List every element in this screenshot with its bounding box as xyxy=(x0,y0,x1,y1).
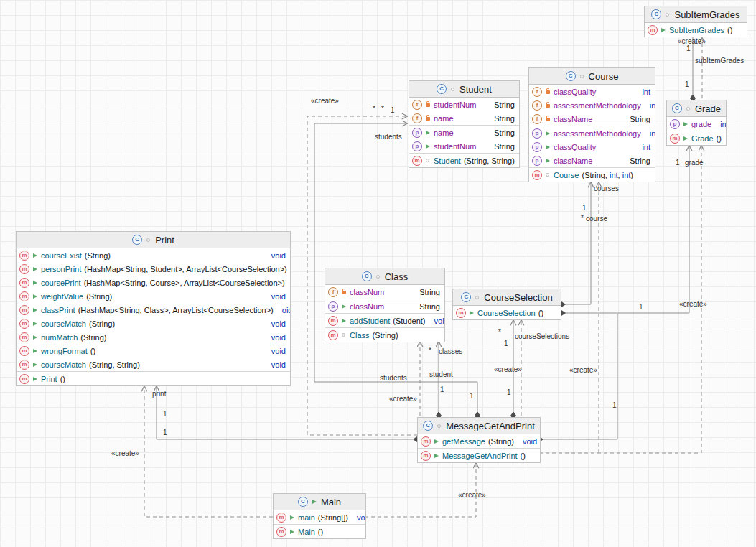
class-header[interactable]: CClass xyxy=(325,268,444,285)
edge xyxy=(365,463,476,517)
class-print[interactable]: CPrintmcourseExist(String)voidmpersonPri… xyxy=(16,231,291,386)
member-row-Class[interactable]: mClass(String) xyxy=(325,328,444,342)
class-header[interactable]: CCourseSelection xyxy=(453,289,561,306)
member-type: oid xyxy=(276,306,290,314)
public-visibility-icon xyxy=(289,528,295,536)
member-signature: (String[]) xyxy=(318,513,348,522)
member-row-Student[interactable]: mStudent(String, String) xyxy=(409,154,519,167)
member-row-CourseSelection[interactable]: mCourseSelection() xyxy=(453,306,561,319)
package-visibility-icon xyxy=(475,294,480,301)
member-row-courseMatch[interactable]: mcourseMatch(String)void xyxy=(17,317,290,330)
private-visibility-icon xyxy=(545,102,551,109)
member-row-courseExist[interactable]: mcourseExist(String)void xyxy=(17,248,290,262)
member-row-name[interactable]: fnameString xyxy=(409,111,519,125)
member-row-personPrint[interactable]: mpersonPrint(HashMap<String, Student>, A… xyxy=(17,262,290,276)
member-signature: (String) xyxy=(86,292,112,301)
member-row-Print[interactable]: mPrint() xyxy=(17,372,290,385)
class-messagegetandprint[interactable]: CMessageGetAndPrintmgetMessage(String)vo… xyxy=(417,417,541,463)
class-main[interactable]: CMainmmain(String[])voidmMain() xyxy=(273,493,366,539)
member-row-studentNum[interactable]: pstudentNumString xyxy=(409,139,519,153)
member-row-className[interactable]: fclassNameString xyxy=(529,112,655,126)
member-row-grade[interactable]: pgradeint xyxy=(667,117,726,131)
member-row-classNum[interactable]: pclassNumString xyxy=(325,299,444,313)
member-row-Grade[interactable]: mGrade() xyxy=(667,131,726,145)
class-grade[interactable]: CGradepgradeintmGrade() xyxy=(666,100,727,146)
member-name: wrongFormat xyxy=(41,347,88,355)
class-header[interactable]: CSubItemGrades xyxy=(645,6,747,23)
member-name: name xyxy=(434,114,454,123)
member-row-className[interactable]: pclassNameString xyxy=(529,154,655,167)
class-header[interactable]: CMessageGetAndPrint xyxy=(418,418,540,434)
class-header[interactable]: CMain xyxy=(274,494,365,510)
edge xyxy=(144,386,273,517)
method-icon: m xyxy=(19,360,29,370)
package-visibility-icon xyxy=(545,172,551,179)
member-row-classNum[interactable]: fclassNumString xyxy=(325,285,444,299)
class-header[interactable]: CCourse xyxy=(529,68,655,85)
member-name: numMatch xyxy=(41,333,78,342)
method-icon: m xyxy=(19,264,29,274)
member-row-name[interactable]: pnameString xyxy=(409,126,519,139)
class-class[interactable]: CClassfclassNumStringpclassNumStringmadd… xyxy=(325,268,445,342)
class-title: Class xyxy=(385,271,409,282)
member-name: Print xyxy=(41,375,57,383)
edge-label: 1 xyxy=(440,385,444,393)
edge-label: 1 xyxy=(676,159,680,167)
member-row-classQuality[interactable]: pclassQualityint xyxy=(529,140,655,154)
member-row-classPrint[interactable]: mclassPrint(HashMap<String, Class>, Arra… xyxy=(17,303,290,317)
member-row-addStudent[interactable]: maddStudent(Student)void xyxy=(325,314,444,327)
member-row-weightValue[interactable]: mweightValue(String)void xyxy=(17,289,290,303)
public-visibility-icon xyxy=(341,317,347,324)
member-row-courseMatch[interactable]: mcourseMatch(String, String)void xyxy=(17,357,290,371)
field-icon: f xyxy=(532,114,542,124)
member-row-assessmentMethodology[interactable]: passessmentMethodologyint xyxy=(529,126,655,140)
class-course[interactable]: CCoursefclassQualityintfassessmentMethod… xyxy=(528,67,655,182)
edge-label: 1 xyxy=(163,429,167,436)
member-row-numMatch[interactable]: mnumMatch(String)void xyxy=(17,330,290,344)
member-row-classQuality[interactable]: fclassQualityint xyxy=(529,85,655,98)
edge-label: students xyxy=(375,133,402,141)
member-row-MessageGetAndPrint[interactable]: mMessageGetAndPrint() xyxy=(418,449,540,462)
class-title: Course xyxy=(589,71,619,82)
method-icon: m xyxy=(19,319,29,329)
edge-label: 1 xyxy=(391,106,395,114)
constructor-icon: m xyxy=(328,330,338,340)
public-visibility-icon xyxy=(32,279,38,286)
method-icon: m xyxy=(19,346,29,356)
class-student[interactable]: CStudentfstudentNumStringfnameStringpnam… xyxy=(409,80,520,168)
class-subitemgrades[interactable]: CSubItemGradesmSubItemGrades() xyxy=(644,6,747,37)
member-row-main[interactable]: mmain(String[])void xyxy=(274,510,365,524)
member-row-studentNum[interactable]: fstudentNumString xyxy=(409,98,519,111)
member-name: Class xyxy=(350,331,370,340)
public-visibility-icon xyxy=(545,157,551,164)
member-name: assessmentMethodology xyxy=(554,101,641,110)
constructor-icon: m xyxy=(532,170,542,180)
member-type: int xyxy=(644,129,655,138)
member-row-SubItemGrades[interactable]: mSubItemGrades() xyxy=(645,23,747,37)
member-type: String xyxy=(488,128,515,137)
member-row-Course[interactable]: mCourse(String, int, int) xyxy=(529,168,655,182)
member-row-getMessage[interactable]: mgetMessage(String)void xyxy=(418,434,540,448)
member-row-wrongFormat[interactable]: mwrongFormat()void xyxy=(17,344,290,357)
member-type: String xyxy=(488,142,515,151)
class-header[interactable]: CGrade xyxy=(667,100,726,117)
class-header[interactable]: CStudent xyxy=(409,81,519,98)
class-header[interactable]: CPrint xyxy=(17,232,290,248)
public-visibility-icon xyxy=(469,309,475,317)
member-row-coursePrint[interactable]: mcoursePrint(HashMap<String, Course>, Ar… xyxy=(17,276,290,289)
diagram-canvas[interactable]: 1subItemGrades1«create»courses1*course11… xyxy=(0,0,756,547)
method-icon: m xyxy=(421,436,431,447)
member-name: className xyxy=(554,115,592,123)
member-name: CourseSelection xyxy=(477,309,536,317)
class-title: Main xyxy=(321,497,341,508)
member-row-assessmentMethodology[interactable]: fassessmentMethodologyint xyxy=(529,98,655,112)
constructor-icon: m xyxy=(670,134,680,144)
member-type: void xyxy=(266,292,286,301)
package-visibility-icon xyxy=(437,422,442,429)
member-signature: () xyxy=(60,375,65,383)
member-row-Main[interactable]: mMain() xyxy=(274,525,365,538)
class-courseselection[interactable]: CCourseSelectionmCourseSelection() xyxy=(452,289,561,320)
member-signature: () xyxy=(521,452,526,460)
member-name: studentNum xyxy=(434,142,476,151)
member-signature: (String) xyxy=(89,319,115,328)
